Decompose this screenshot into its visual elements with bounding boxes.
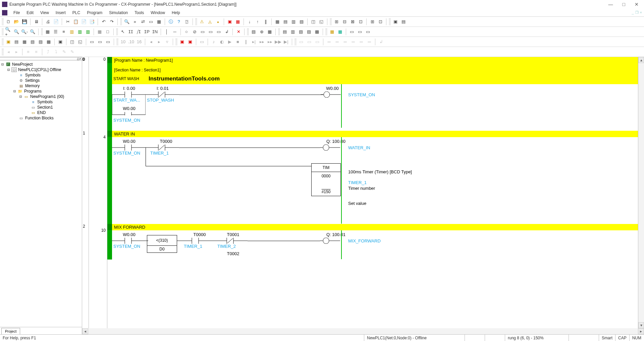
- tree-np-symbols[interactable]: Symbols: [37, 100, 53, 104]
- win-e[interactable]: ▨: [37, 38, 44, 46]
- tool-list2[interactable]: ≡: [60, 28, 67, 36]
- win-g[interactable]: ▣: [57, 38, 64, 46]
- misc-d[interactable]: ▤: [281, 28, 288, 36]
- lay-d[interactable]: ═: [325, 38, 333, 46]
- paste-button[interactable]: 📄: [80, 18, 88, 25]
- zoom-fit-button[interactable]: 🔍-: [21, 28, 28, 36]
- ind-right[interactable]: ▸: [13, 48, 20, 56]
- horizontal-scrollbar[interactable]: ◂ ▸: [82, 328, 644, 334]
- lay-f[interactable]: ═: [341, 38, 349, 46]
- tog-d[interactable]: ✎: [68, 48, 76, 56]
- misc-g[interactable]: ▨: [305, 28, 313, 36]
- project-tree[interactable]: ⊟🅿︎NewProject ⊟□NewPLC1[CP1L] Offline ≡S…: [0, 60, 82, 327]
- replace-button[interactable]: ⇄: [139, 18, 147, 25]
- misc-i[interactable]: ▦: [328, 28, 336, 36]
- win-d[interactable]: ▧: [29, 38, 36, 46]
- project-tab[interactable]: Project: [1, 328, 20, 334]
- tree-programs[interactable]: Programs: [24, 89, 42, 94]
- win-k[interactable]: ▭: [96, 38, 104, 46]
- lay-c[interactable]: ▭: [314, 38, 321, 46]
- tree-memory[interactable]: Memory: [25, 83, 40, 88]
- cut-button[interactable]: ✂: [64, 18, 71, 25]
- scroll-right-button[interactable]: ▸: [638, 328, 644, 334]
- menu-simulation[interactable]: Simulation: [106, 10, 131, 16]
- step3-button[interactable]: ▸▸: [266, 38, 274, 46]
- coil-not-button[interactable]: ⊘: [191, 28, 198, 36]
- offline-button[interactable]: ◬: [206, 18, 214, 25]
- menu-view[interactable]: View: [37, 10, 52, 16]
- mdi-minimize[interactable]: _: [632, 10, 634, 15]
- del-button[interactable]: ✕: [235, 28, 242, 36]
- misc-k[interactable]: ▭: [348, 28, 356, 36]
- tool-f[interactable]: ◱: [318, 18, 325, 25]
- al-a[interactable]: ≡: [24, 48, 32, 56]
- close-button[interactable]: ✕: [635, 2, 639, 7]
- tool-b[interactable]: ▤: [282, 18, 289, 25]
- find-button[interactable]: 🔍: [123, 18, 130, 25]
- minimize-button[interactable]: —: [608, 2, 613, 7]
- al-b[interactable]: ≡: [33, 48, 40, 56]
- sim-e[interactable]: ◐: [218, 38, 225, 46]
- panel-handle[interactable]: ⌂×: [0, 57, 82, 60]
- stop-button[interactable]: ▦: [234, 18, 241, 25]
- cursor-button[interactable]: ↖: [119, 28, 126, 36]
- arr-a[interactable]: ◂: [147, 38, 155, 46]
- print-preview-button[interactable]: 📄: [52, 18, 60, 25]
- misc-e[interactable]: ▥: [289, 28, 297, 36]
- online-button[interactable]: ⚠: [198, 18, 206, 25]
- branch-button[interactable]: ↲: [223, 28, 230, 36]
- sim-c[interactable]: ▭: [198, 38, 206, 46]
- step-button[interactable]: ▸|: [250, 38, 258, 46]
- view-d[interactable]: ⊡: [357, 18, 364, 25]
- menu-insert[interactable]: Insert: [52, 10, 69, 16]
- tool-pal[interactable]: ▦: [96, 28, 103, 36]
- arr-b[interactable]: ▸: [155, 38, 163, 46]
- end-button[interactable]: ▶|: [282, 38, 290, 46]
- misc-j[interactable]: ▦: [336, 28, 344, 36]
- zoom-100-button[interactable]: 🔍: [29, 28, 36, 36]
- tool-pal2[interactable]: □: [104, 28, 111, 36]
- view-a[interactable]: ⊞: [333, 18, 340, 25]
- ff-button[interactable]: ▶▶: [274, 38, 282, 46]
- hline-button[interactable]: ─: [171, 28, 178, 36]
- ind-left[interactable]: ◂: [5, 48, 12, 56]
- zoom-in-button[interactable]: 🔍+: [5, 28, 12, 36]
- view-b[interactable]: ⊟: [341, 18, 348, 25]
- copy-button[interactable]: 📋: [72, 18, 79, 25]
- sim-d[interactable]: ♪: [210, 38, 217, 46]
- upload-button[interactable]: ↑: [254, 18, 261, 25]
- find-next-button[interactable]: »: [131, 18, 139, 25]
- coil-button[interactable]: ○: [183, 28, 190, 36]
- download-button[interactable]: ↓: [246, 18, 253, 25]
- view-e[interactable]: ⊞: [369, 18, 376, 25]
- view-c[interactable]: ⊠: [349, 18, 356, 25]
- misc-m[interactable]: ▭: [364, 28, 372, 36]
- sim-a[interactable]: ▣: [178, 38, 186, 46]
- maximize-button[interactable]: □: [623, 2, 625, 7]
- lay-g[interactable]: ═: [350, 38, 357, 46]
- arr-c[interactable]: ▿: [163, 38, 171, 46]
- tree-symbols[interactable]: Symbols: [25, 73, 41, 77]
- win-j[interactable]: ▭: [88, 38, 96, 46]
- view-g[interactable]: ▣: [392, 18, 399, 25]
- func-button[interactable]: ▭: [199, 28, 206, 36]
- tool-y[interactable]: ▥: [68, 28, 75, 36]
- tool-list[interactable]: ☰: [52, 28, 59, 36]
- open-button[interactable]: 📂: [13, 18, 20, 25]
- new-button[interactable]: 🗋: [5, 18, 12, 25]
- select-g-button[interactable]: ▦: [155, 18, 163, 25]
- tool-e[interactable]: ◫: [310, 18, 317, 25]
- lay-e[interactable]: ═: [333, 38, 341, 46]
- menu-program[interactable]: Program: [84, 10, 106, 16]
- pause-button[interactable]: ‖: [262, 18, 269, 25]
- pause-sim-button[interactable]: ‖: [242, 38, 250, 46]
- menu-file[interactable]: File: [10, 10, 23, 16]
- mdi-close[interactable]: ×: [640, 10, 642, 15]
- tree-fb[interactable]: Function Blocks: [25, 116, 54, 120]
- contact-p-button[interactable]: ⵊP: [143, 28, 151, 36]
- tog-c[interactable]: ✎: [60, 48, 68, 56]
- select-button[interactable]: ▭: [147, 18, 155, 25]
- func3-button[interactable]: ▭: [215, 28, 222, 36]
- step2-button[interactable]: ▸▸: [258, 38, 266, 46]
- tool-y3[interactable]: ▥: [84, 28, 92, 36]
